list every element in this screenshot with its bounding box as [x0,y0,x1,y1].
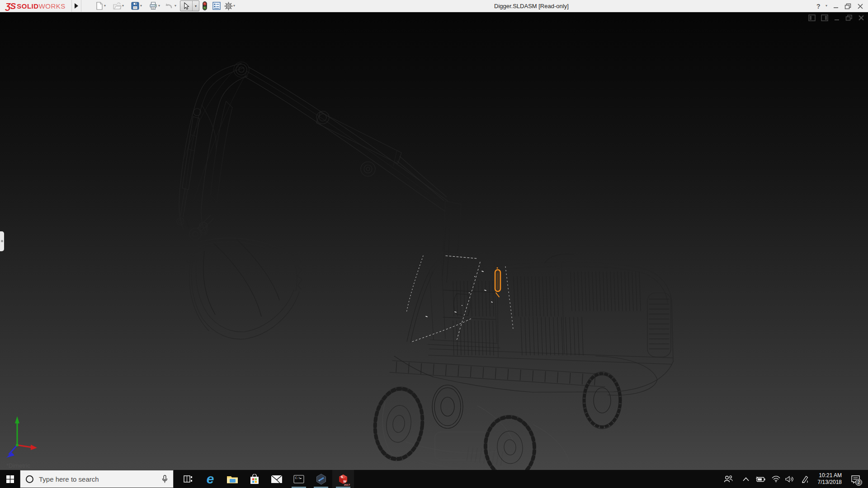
help-dropdown[interactable]: ▾ [826,4,829,8]
solidworks-logo: ƷS SOLID WORKS [5,1,66,11]
split-pane-right-icon[interactable] [821,14,828,21]
options-button[interactable] [223,1,233,11]
boom-stick [245,67,461,343]
pen-icon [801,475,809,483]
wifi-icon [772,476,780,482]
new-document-icon [95,2,103,10]
wheel-front-right [481,413,538,470]
options-gear-icon [224,2,233,10]
close-icon [857,3,863,9]
hexagon-app-icon [316,474,327,485]
pen-button[interactable] [798,470,811,488]
undo-icon [164,2,173,10]
print-icon [149,2,157,10]
solidworks-logo-bold: SOLID [17,2,38,10]
options-dropdown[interactable]: ▾ [233,4,237,8]
windows-taskbar: Type here to search e C:\ [0,470,868,488]
rebuild-button[interactable] [200,1,210,11]
edge-icon: e [207,473,214,485]
save-icon [131,2,139,10]
boom-arm [179,62,249,233]
select-tool-button[interactable]: ▾ [180,0,199,11]
cortana-icon [26,475,33,483]
document-minimize-icon[interactable] [834,14,840,21]
notification-badge: 2 [855,479,862,486]
battery-button[interactable] [754,470,767,488]
volume-icon [785,476,794,483]
document-close-icon[interactable] [858,14,864,21]
running-indicator-cmd [292,487,306,488]
help-button[interactable]: ? [816,0,821,12]
solidworks-logo-mark: ƷS [5,1,15,11]
rebuild-traffic-light-icon [202,1,208,10]
split-pane-left-icon[interactable] [808,14,816,21]
open-document-button[interactable] [112,1,122,11]
windows-logo-icon [6,475,14,483]
document-window-controls [808,14,864,21]
wheel-rear-left [432,385,463,428]
cab-frame [428,251,500,348]
solidworks-year-label: 2017 [344,483,350,486]
running-indicator-hexagon [314,487,328,488]
wheel-rear-right [583,372,622,429]
hexagon-app-button[interactable] [310,470,332,488]
bucket [189,238,302,339]
start-button[interactable] [0,470,20,488]
save-dropdown[interactable]: ▾ [140,4,144,8]
volume-button[interactable] [783,470,796,488]
undo-button[interactable] [164,1,174,11]
save-button[interactable] [130,1,140,11]
orientation-triad [3,410,48,464]
running-indicator-solidworks [336,487,350,488]
restore-icon [844,3,852,9]
tray-clock[interactable]: 10:21 AM 7/13/2018 [812,472,842,486]
restore-button[interactable] [844,0,852,12]
tray-overflow-button[interactable] [740,470,752,488]
taskbar-search-input[interactable]: Type here to search [20,470,174,488]
select-tool-dropdown[interactable]: ▾ [193,4,199,8]
tray-date: 7/13/2018 [812,479,842,486]
help-icon: ? [816,3,821,10]
mail-icon [271,475,283,483]
edge-button[interactable]: e [199,470,221,488]
stick-cylinder [316,111,447,201]
collapsed-panel-tab[interactable] [0,231,4,251]
store-button[interactable] [244,470,265,488]
mail-button[interactable] [266,470,288,488]
minimize-icon [833,3,839,9]
new-document-button[interactable] [94,1,104,11]
display-settings-button[interactable] [212,1,222,11]
action-center-button[interactable] [846,470,864,488]
excavator-wireframe [0,12,868,470]
wheel-front-left [370,385,428,464]
new-document-dropdown[interactable]: ▾ [104,4,108,8]
open-document-dropdown[interactable]: ▾ [122,4,126,8]
file-explorer-button[interactable] [222,470,243,488]
close-button[interactable] [857,0,863,12]
bucket-linkage [185,215,213,263]
tray-time: 10:21 AM [812,472,842,479]
file-explorer-icon [226,474,238,484]
task-view-icon [184,475,193,483]
search-placeholder: Type here to search [39,475,162,483]
solidworks-app-icon: SW 2017 [337,473,349,485]
microphone-icon[interactable] [162,475,168,483]
people-button[interactable] [722,470,735,488]
select-arrow-icon [183,2,189,10]
flyout-arrow-icon [75,3,78,9]
wifi-button[interactable] [769,470,782,488]
chevron-up-icon [743,477,749,481]
task-view-button[interactable] [177,470,199,488]
store-icon [250,474,259,484]
menu-flyout-button[interactable] [71,0,81,12]
document-restore-icon[interactable] [845,14,853,21]
title-bar: ƷS SOLID WORKS ▾ ▾ ▾ ▾ ▾ [0,0,868,12]
undo-dropdown[interactable]: ▾ [175,4,178,8]
solidworks-taskbar-button[interactable]: SW 2017 [332,470,354,488]
minimize-button[interactable] [833,0,839,12]
graphics-viewport[interactable]: *Dimetric [0,12,868,470]
svg-text:W: W [344,480,347,483]
command-prompt-button[interactable]: C:\ [288,470,310,488]
print-dropdown[interactable]: ▾ [158,4,162,8]
print-button[interactable] [148,1,158,11]
